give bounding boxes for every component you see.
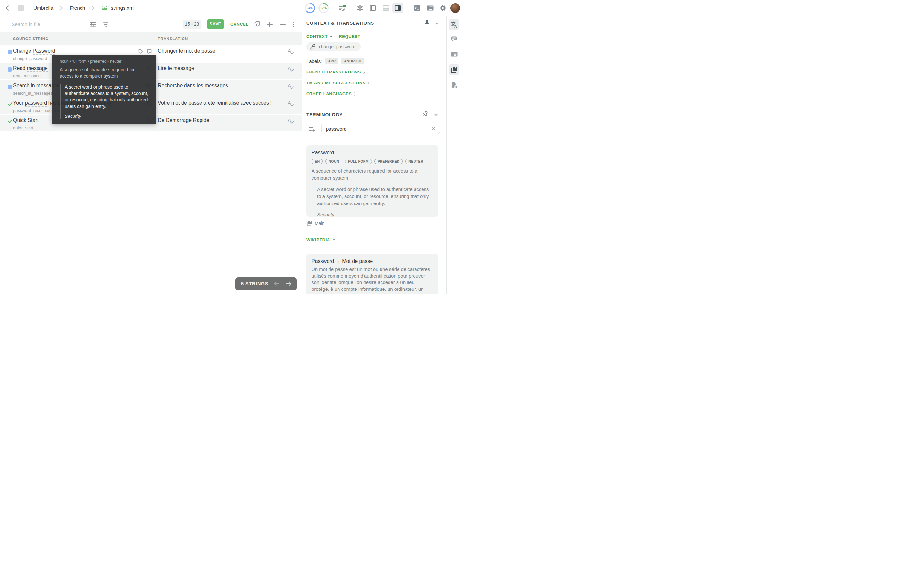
editor-toolbar: 15 • 23 SAVE CANCEL xyxy=(0,16,302,32)
unpin-icon[interactable] xyxy=(422,111,429,117)
spellcheck-icon[interactable]: A xyxy=(288,66,295,73)
term-definition: A sequence of characters required for ac… xyxy=(312,168,433,182)
pin-icon[interactable] xyxy=(424,20,430,26)
spellcheck-icon[interactable]: A xyxy=(288,48,295,55)
string-key: quick_start xyxy=(13,125,38,130)
filter-settings-icon[interactable] xyxy=(89,16,97,32)
tab-context[interactable]: CONTEXT xyxy=(306,34,328,39)
progress-ring-reviewed[interactable]: 17% xyxy=(318,3,328,13)
glossary-term[interactable]: password xyxy=(25,100,47,107)
terminology-search-input[interactable] xyxy=(322,124,440,134)
comments-panel-icon[interactable] xyxy=(449,33,459,44)
string-key-value: change_password xyxy=(319,44,355,49)
status-done-icon xyxy=(8,102,13,106)
copy-source-icon[interactable] xyxy=(253,16,261,32)
source-string: Read message xyxy=(13,65,48,71)
search-in-file-input[interactable] xyxy=(11,16,83,33)
add-term-icon[interactable] xyxy=(309,126,316,132)
svg-text:A: A xyxy=(454,25,457,28)
strings-view-icon[interactable] xyxy=(356,0,363,16)
glossary-term[interactable]: Password xyxy=(33,48,55,55)
translation-text[interactable]: Votre mot de passe a été réinitialisé av… xyxy=(158,99,272,106)
previous-page-icon[interactable] xyxy=(273,281,280,287)
wikipedia-section-header[interactable]: WIKIPEDIA xyxy=(306,238,335,242)
terminal-icon[interactable] xyxy=(414,0,420,16)
next-page-icon[interactable] xyxy=(285,281,292,287)
clear-search-icon[interactable] xyxy=(431,126,436,131)
spellcheck-icon[interactable]: A xyxy=(288,117,295,124)
menu-icon[interactable] xyxy=(18,0,25,16)
left-panel-layout-icon[interactable] xyxy=(370,0,376,16)
translation-text[interactable]: De Démarrage Rapide xyxy=(158,117,209,124)
glossary-reference: Main xyxy=(306,220,324,226)
user-avatar[interactable] xyxy=(450,3,460,13)
remove-string-icon[interactable] xyxy=(279,16,286,32)
progress-ring-total[interactable]: 64% xyxy=(305,3,315,13)
section-link-other-languages[interactable]: OTHER LANGUAGES xyxy=(306,91,356,96)
breadcrumb-file[interactable]: strings.xml xyxy=(111,5,134,11)
string-key-pill[interactable]: change_password xyxy=(306,42,361,51)
add-string-icon[interactable] xyxy=(266,16,273,32)
string-key: change_password xyxy=(13,56,55,61)
chevron-right-icon xyxy=(363,71,365,74)
context-translations-panel: CONTEXT & TRANSLATIONS CONTEXT REQUEST c… xyxy=(302,16,446,294)
term-tag: FULL FORM xyxy=(345,159,372,164)
glossary-book-icon xyxy=(306,220,312,226)
panel-title: CONTEXT & TRANSLATIONS xyxy=(306,21,374,26)
term-tag: NOUN xyxy=(325,159,342,164)
back-icon[interactable] xyxy=(5,0,12,16)
glossary-panel-icon[interactable] xyxy=(449,64,459,75)
term-tag: PREFERRED xyxy=(375,159,403,164)
chevron-down-icon xyxy=(332,239,335,241)
translation-text[interactable]: Lire le message xyxy=(158,65,194,71)
more-options-icon[interactable] xyxy=(292,16,294,32)
term-meta: noun • full form • preferred • neuter xyxy=(60,59,148,64)
source-column-header: SOURCE STRING xyxy=(13,32,48,45)
section-link-tm-mt-suggestions[interactable]: TM AND MT SUGGESTIONS xyxy=(306,81,370,85)
term-source: Security xyxy=(317,212,433,217)
tag-icon[interactable] xyxy=(138,49,144,54)
section-link-french-translations[interactable]: FRENCH TRANSLATIONS xyxy=(306,69,365,74)
collapse-chevron-icon[interactable] xyxy=(434,114,437,116)
context-card-panel-icon[interactable] xyxy=(449,49,459,60)
status-in-progress-icon xyxy=(8,50,12,54)
translation-text[interactable]: Changer le mot de passe xyxy=(158,48,215,54)
translation-text[interactable]: Recherche dans les messages xyxy=(158,82,228,89)
add-panel-icon[interactable] xyxy=(449,95,459,106)
sort-filter-icon[interactable] xyxy=(102,16,109,32)
spellcheck-icon[interactable]: A xyxy=(288,83,295,90)
source-string: Change Password xyxy=(13,48,55,54)
keyboard-icon[interactable] xyxy=(427,0,434,16)
key-icon xyxy=(310,43,316,50)
collapse-chevron-icon[interactable] xyxy=(435,23,438,25)
translations-panel-icon[interactable]: A xyxy=(449,19,459,30)
terminology-title: TERMINOLOGY xyxy=(306,112,343,117)
chevron-down-icon xyxy=(330,36,333,37)
tasks-icon[interactable] xyxy=(338,0,346,16)
tab-request[interactable]: REQUEST xyxy=(339,34,360,39)
status-done-icon xyxy=(8,119,13,124)
glossary-term[interactable]: message xyxy=(27,66,48,72)
string-counter-badge: 15 • 23 xyxy=(183,20,201,28)
bottom-panel-layout-icon[interactable] xyxy=(383,0,389,16)
pagination-bar: 5 STRINGS xyxy=(236,277,297,291)
spellcheck-icon[interactable]: A xyxy=(288,100,295,107)
breadcrumb-project[interactable]: Umbrella xyxy=(33,5,53,11)
term-tag: EN xyxy=(312,159,323,164)
cancel-button[interactable]: CANCEL xyxy=(228,19,251,29)
settings-gear-icon[interactable] xyxy=(439,0,446,16)
comment-icon[interactable] xyxy=(147,49,152,54)
labels-row: Labels: APP ANDROID xyxy=(306,58,364,64)
label-chip: ANDROID xyxy=(341,58,364,64)
breadcrumb-language[interactable]: French xyxy=(69,5,85,11)
term-tags: EN NOUN FULL FORM PREFERRED NEUTER xyxy=(312,159,433,164)
term-quote-block: A secret word or phrase used to authenti… xyxy=(60,84,148,119)
term-quote-block: A secret word or phrase used to authenti… xyxy=(312,186,433,217)
term-tag: NEUTER xyxy=(405,159,426,164)
save-button[interactable]: SAVE xyxy=(207,19,224,29)
translation-column-header: TRANSLATION xyxy=(158,32,188,45)
labels-caption: Labels: xyxy=(306,58,322,64)
file-info-panel-icon[interactable] xyxy=(449,79,459,91)
right-panel-layout-icon[interactable] xyxy=(394,0,401,16)
chevron-right-icon xyxy=(368,81,370,85)
